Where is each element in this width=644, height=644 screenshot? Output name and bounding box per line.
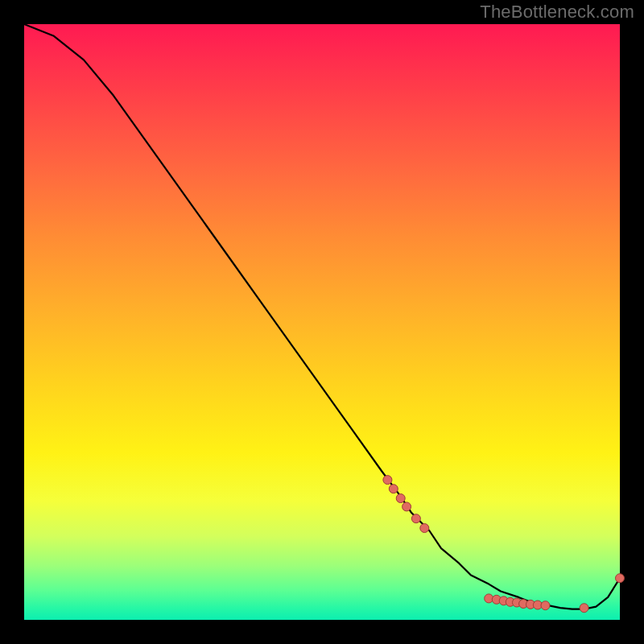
data-point — [541, 601, 550, 610]
data-point — [402, 502, 411, 511]
plot-area — [24, 24, 620, 620]
chart-svg — [24, 24, 620, 620]
data-point — [396, 494, 405, 503]
data-point — [420, 524, 429, 533]
data-point — [389, 485, 398, 493]
chart-frame: TheBottleneck.com — [0, 0, 644, 644]
data-point — [580, 604, 588, 613]
data-point — [383, 476, 392, 485]
watermark-text: TheBottleneck.com — [480, 2, 634, 23]
bottleneck-curve — [24, 24, 620, 609]
data-point — [411, 514, 420, 523]
data-point — [616, 574, 625, 583]
